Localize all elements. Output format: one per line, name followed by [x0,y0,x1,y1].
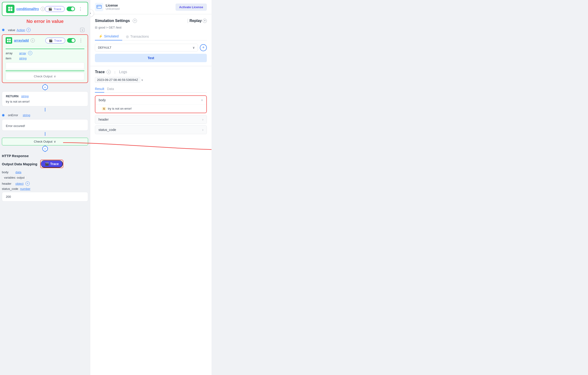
status-code-value-card: 200 [2,192,88,202]
http-response-section: HTTP Response Output Data Mapping 🎬 Trac… [0,152,90,202]
trace-body-value-row: S try is not on error! [95,105,206,113]
check-output-btn[interactable]: Check Output ∨ [6,73,84,80]
toggle-switch[interactable] [67,7,75,11]
tab-simulated[interactable]: ⚡ Simulated [95,32,122,41]
trace-status-code-row[interactable]: status_code › [95,125,207,134]
on-error-dot [2,114,5,117]
route-icon: ⊟ [95,26,97,29]
add-step-btn-1[interactable]: + [42,84,48,90]
svg-rect-5 [9,39,11,40]
array-add-toggle[interactable] [67,38,75,43]
sub-tab-result[interactable]: Result [95,86,104,93]
variables-row: variables: output [2,175,88,180]
array-add-more[interactable]: ⋮ [77,37,84,43]
trace-icon-inner: 🎬 [49,39,52,42]
trace-header-row[interactable]: header › [95,115,207,124]
array-add-body: array array + item string Check Output ∨ [2,46,88,83]
error-value: Error occured! [6,124,84,128]
sim-tabs: ⚡ Simulated ◎ Transactions [95,32,207,41]
trace-icon: 🎬 [48,7,52,11]
timestamp-row: 2023-09-27 08:46:59.536094Z ∨ [95,77,207,83]
return-value: try is not on error! [6,100,84,103]
output-mapping-header: Output Data Mapping 🎬 Trace [2,160,88,168]
connector-2: + [0,145,90,152]
license-icon [95,3,103,11]
default-select[interactable]: DEFAULT ∨ [95,44,198,52]
array-add-title[interactable]: array/add [14,39,29,42]
check-output-btn-2[interactable]: Check Output ∨ [2,138,88,145]
status-chevron: › [202,128,204,132]
sim-header: Simulation Settings ✕ | Replay ✕ [95,18,207,23]
timestamp-chevron[interactable]: ∨ [141,78,143,82]
array-add-controls: 🎬 Trace ⋮ [45,37,84,43]
trace-close-btn[interactable]: ✕ [106,70,111,74]
error-title: No error in value [0,19,90,24]
array-add-icon [6,37,12,44]
tab-transactions[interactable]: ◎ Transactions [122,32,153,40]
input-underline [6,71,84,71]
array-add-info[interactable]: i [31,38,35,43]
test-btn[interactable]: Test [95,54,207,62]
sub-tabs: Result Data [95,86,207,93]
s-badge: S [102,107,106,110]
select-row: DEFAULT ∨ + [95,44,207,52]
v-connector-2 [0,107,90,112]
array-add-card: array/add i 🎬 Trace ⋮ array [2,34,88,83]
route-breadcrumb: ⊟ good > GET /test [95,26,207,29]
on-error-label: onError string [6,112,32,118]
license-sub: Unlicensed [106,7,119,11]
trace-logs-header: Trace ✕ | Logs [95,70,207,74]
route-path: good > GET /test [98,26,121,29]
value-section-label: value Action + [6,27,32,33]
activate-license-btn[interactable]: Activate License [176,3,207,11]
conditional-try-icon [6,5,14,13]
license-section: License Unlicensed Activate License [90,0,211,14]
trace-tab[interactable]: Trace [95,70,105,74]
array-add-header-left: array/add i [6,37,35,44]
sim-title: Simulation Settings [95,19,130,23]
simulated-icon: ⚡ [99,34,103,38]
array-field-row: array array + [6,51,84,55]
error-value-card: Error occured! [2,119,88,131]
trace-logs-section: Trace ✕ | Logs 2023-09-27 08:46:59.53609… [90,66,211,375]
svg-rect-0 [8,7,10,9]
transactions-icon: ◎ [126,35,129,38]
item-input[interactable] [6,63,84,69]
output-trace-btn[interactable]: 🎬 Trace [41,160,63,168]
trace-result-section: body ∨ S try is not on error! [95,95,207,113]
info-icon[interactable]: i [41,7,45,11]
sim-section: Simulation Settings ✕ | Replay ✕ ⊟ good … [90,14,211,66]
add-config-btn[interactable]: + [200,44,207,51]
sub-tab-data[interactable]: Data [107,86,114,92]
http-title: HTTP Response [2,154,88,158]
logs-tab[interactable]: Logs [119,70,127,74]
header-chevron: › [202,118,204,121]
value-add-btn[interactable]: + [26,28,31,32]
svg-rect-6 [7,41,9,42]
array-add-plus[interactable]: + [28,51,32,55]
connector-1: + [0,84,90,90]
return-label-row: RETURN string [6,95,84,98]
collapse-value-btn[interactable]: ∨ [80,28,84,32]
variables-chip: variables: output [2,175,27,180]
replay-close[interactable]: ✕ [203,19,207,23]
more-options[interactable]: ⋮ [77,6,84,12]
add-step-btn-2[interactable]: + [42,146,48,151]
trace-icon-output: 🎬 [45,162,49,166]
header-plus-btn[interactable]: + [25,182,30,186]
top-bar: conditional/try i 🎬 Trace ⋮ [2,2,88,16]
sim-close-btn[interactable]: ✕ [133,19,137,23]
replay-btn[interactable]: Replay ✕ [189,19,207,23]
timestamp: 2023-09-27 08:46:59.536094Z [95,77,140,83]
svg-rect-11 [97,7,98,7]
output-mapping-title: Output Data Mapping [2,162,37,166]
status-code-field-row: status_code number [2,187,88,191]
conditional-try-title[interactable]: conditional/try [16,7,39,11]
trace-button-top[interactable]: 🎬 Trace [45,6,65,12]
body-chevron: ∨ [201,98,203,102]
svg-rect-2 [8,9,10,11]
trace-body-row[interactable]: body ∨ [95,96,206,105]
svg-rect-4 [7,39,9,40]
license-title: License [106,3,119,7]
array-add-trace-btn[interactable]: 🎬 Trace [45,38,65,43]
